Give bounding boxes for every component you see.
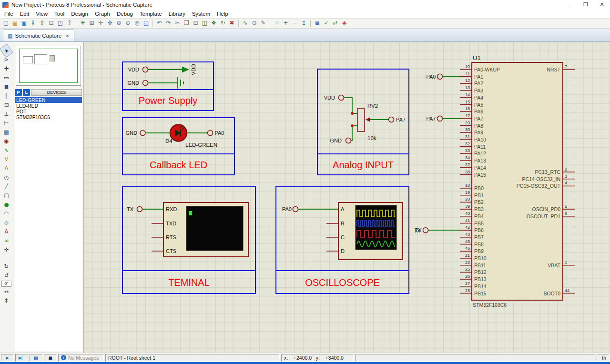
mark-output-area-icon[interactable]: ◳ (56, 19, 65, 28)
undo-icon[interactable]: ↶ (155, 19, 164, 28)
minimize-button[interactable]: – (561, 0, 578, 10)
box-mode-icon[interactable]: ▢ (1, 192, 11, 200)
menu-template[interactable]: Template (136, 11, 165, 17)
block-move-icon[interactable]: ❖ (209, 19, 218, 28)
cut-icon[interactable]: ✂ (173, 19, 182, 28)
menu-view[interactable]: View (32, 11, 51, 17)
zoom-in-icon[interactable]: ⊕ (114, 19, 123, 28)
message-panel[interactable]: i No Messages (58, 354, 104, 362)
menu-system[interactable]: System (189, 11, 214, 17)
path-mode-icon[interactable]: ◇ (1, 219, 11, 227)
close-button[interactable]: ✕ (594, 0, 610, 10)
new-project-icon[interactable]: ▢ (1, 19, 10, 28)
wire-label-mode-icon[interactable]: ▭ (1, 74, 11, 82)
pa0-terminal[interactable] (293, 207, 298, 212)
electrical-rule-check-icon[interactable]: ✓ (322, 19, 331, 28)
selection-mode-icon[interactable]: ➤ (0, 44, 13, 57)
tab-close-icon[interactable]: ✕ (65, 33, 69, 39)
schematic-canvas[interactable]: Power Supply VDD VDD GND (84, 42, 610, 353)
pick-devices-button[interactable]: P (15, 89, 22, 96)
tx-terminal[interactable] (423, 228, 428, 233)
simulation-pause-button[interactable]: ▮▮ (30, 354, 42, 362)
search-tag-icon[interactable]: ⊙ (250, 19, 259, 28)
junction-dot-mode-icon[interactable]: ✚ (1, 65, 11, 73)
oscilloscope-instrument[interactable]: A B C D (338, 202, 403, 260)
tab-schematic-capture[interactable]: ▦ Schematic Capture ✕ (3, 30, 74, 41)
line-mode-icon[interactable]: ╱ (1, 182, 11, 191)
help-icon[interactable]: ? (65, 19, 74, 28)
save-project-icon[interactable]: ▣ (20, 19, 29, 28)
symbols-mode-icon[interactable]: ∞ (1, 237, 11, 245)
gnd-terminal[interactable] (346, 138, 351, 143)
redo-icon[interactable]: ↷ (164, 19, 173, 28)
voltage-probe-mode-icon[interactable]: V (1, 155, 11, 163)
zoom-out-icon[interactable]: ⊖ (123, 19, 132, 28)
exit-to-parent-icon[interactable]: ↥ (299, 19, 308, 28)
wire-autorouter-icon[interactable]: ∿ (241, 19, 250, 28)
print-icon[interactable]: ⊟ (47, 19, 56, 28)
paste-icon[interactable]: ⊡ (191, 19, 200, 28)
false-origin-icon[interactable]: ✛ (96, 19, 105, 28)
remove-sheet-icon[interactable]: − (290, 19, 299, 28)
text-mode-icon[interactable]: A (1, 228, 11, 236)
power-supply-block[interactable]: Power Supply VDD VDD GND (122, 62, 214, 111)
rotation-angle-field[interactable]: 0° (1, 281, 11, 287)
terminals-mode-icon[interactable]: ⊥ (1, 110, 11, 118)
toggle-grid-icon[interactable]: ⊞ (87, 19, 96, 28)
subcircuit-mode-icon[interactable]: ⊡ (1, 101, 11, 109)
copy-icon[interactable]: ❐ (182, 19, 191, 28)
potentiometer-rv2[interactable] (357, 109, 370, 131)
tx-terminal[interactable] (137, 207, 142, 212)
menu-edit[interactable]: Edit (17, 11, 33, 17)
overview-pane[interactable] (16, 46, 81, 86)
oscilloscope-block[interactable]: OSCILLOSCOPE PA0 A B C D (276, 187, 421, 293)
wire[interactable] (351, 126, 358, 141)
pa7-terminal[interactable] (437, 116, 443, 121)
mcu-u1[interactable]: U1 STM32F103C6 10PA0-WKUP11PA112PA213PA3… (415, 54, 575, 308)
gnd-terminal[interactable] (143, 81, 148, 86)
mirror-horizontal-icon[interactable]: ↔ (1, 288, 11, 296)
menu-design[interactable]: Design (68, 11, 92, 17)
gnd-terminal[interactable] (140, 131, 145, 136)
terminal-block[interactable]: TEMINAL TX RXD TXD RTS CTS (122, 187, 255, 293)
device-item-pot[interactable]: POT (15, 109, 82, 114)
callback-led-block[interactable]: Callback LED GND PA0 D4 LED-G (122, 118, 234, 175)
power-symbol-arrow[interactable] (182, 67, 189, 73)
design-explorer-icon[interactable]: ≡ (272, 19, 281, 28)
zoom-all-icon[interactable]: ◎ (132, 19, 142, 28)
component-mode-icon[interactable]: ⊳ (1, 56, 11, 64)
menu-file[interactable]: File (1, 11, 17, 17)
rotate-clockwise-icon[interactable]: ↻ (1, 263, 11, 271)
new-sheet-icon[interactable]: + (281, 19, 290, 28)
pa7-terminal[interactable] (389, 117, 394, 122)
menu-help[interactable]: Help (214, 11, 232, 17)
mirror-vertical-icon[interactable]: ↕ (1, 297, 11, 305)
led-d4[interactable] (170, 125, 187, 142)
netlist-transfer-icon[interactable]: ⇄ (331, 19, 340, 28)
rotate-anticlockwise-icon[interactable]: ↺ (1, 272, 11, 280)
virtual-terminal-instrument[interactable]: RXD TXD RTS CTS (163, 202, 248, 257)
graph-mode-icon[interactable]: ▦ (1, 128, 11, 136)
device-item-led-red[interactable]: LED-RED (15, 103, 82, 109)
analog-input-block[interactable]: Analog INPUT VDD GND PA7 (317, 69, 409, 175)
find-component-icon[interactable]: ◈ (340, 19, 349, 28)
import-section-icon[interactable]: ⇩ (29, 19, 38, 28)
generator-mode-icon[interactable]: ∿ (1, 146, 11, 154)
tape-recorder-mode-icon[interactable]: ◉ (1, 137, 11, 145)
open-project-icon[interactable]: ▤ (10, 19, 20, 28)
arc-mode-icon[interactable]: ◠ (1, 210, 11, 218)
zoom-area-icon[interactable]: ◱ (142, 19, 151, 28)
circle-mode-icon[interactable]: ● (1, 201, 11, 209)
menu-library[interactable]: Library (165, 11, 189, 17)
simulation-play-button[interactable]: ▶ (1, 354, 14, 362)
virtual-instruments-mode-icon[interactable]: ◷ (1, 173, 11, 182)
pa0-terminal[interactable] (437, 74, 443, 79)
simulation-stop-button[interactable]: ■ (44, 354, 57, 362)
vdd-terminal[interactable] (339, 95, 344, 101)
device-item-stm32f103c6[interactable]: STM32F103C6 (15, 114, 82, 120)
bill-of-materials-icon[interactable]: ≣ (313, 19, 322, 28)
device-pins-mode-icon[interactable]: ⊢ (1, 119, 11, 127)
menu-tool[interactable]: Tool (51, 11, 68, 17)
redraw-icon[interactable]: ✳ (78, 19, 87, 28)
block-delete-icon[interactable]: ✖ (227, 19, 236, 28)
